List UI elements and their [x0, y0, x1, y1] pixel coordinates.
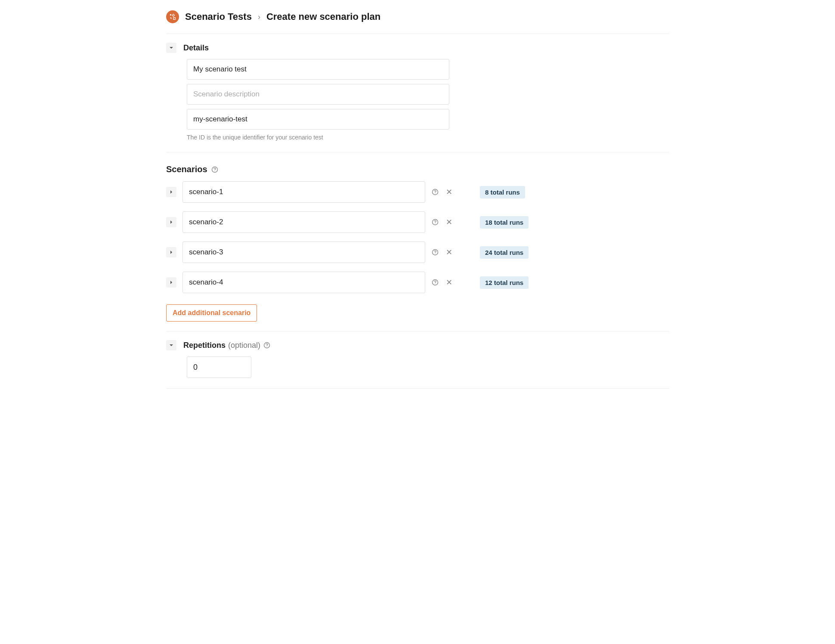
details-heading: Details: [183, 43, 209, 53]
remove-scenario-button[interactable]: ✕: [445, 248, 453, 256]
scenario-row: ✕18 total runs: [166, 211, 669, 233]
svg-point-0: [170, 14, 172, 16]
svg-point-7: [435, 223, 435, 224]
svg-point-11: [435, 284, 435, 284]
svg-point-3: [214, 171, 215, 171]
chevron-right-icon: [169, 190, 173, 194]
scenario-row: ✕12 total runs: [166, 272, 669, 293]
scenario-name-input[interactable]: [182, 242, 425, 263]
help-icon[interactable]: [431, 218, 439, 226]
help-icon[interactable]: [431, 279, 439, 286]
scenario-name-input[interactable]: [182, 211, 425, 233]
total-runs-badge: 12 total runs: [480, 276, 529, 289]
scenario-name-input[interactable]: [182, 181, 425, 203]
repetitions-heading: Repetitions: [183, 341, 226, 350]
divider: [166, 388, 669, 389]
chevron-down-icon: [169, 46, 173, 50]
scenario-name-input[interactable]: [182, 272, 425, 293]
scenario-expand-toggle[interactable]: [166, 187, 176, 197]
help-icon[interactable]: [431, 248, 439, 256]
scenario-id-hint: The ID is the unique identifier for your…: [187, 134, 669, 141]
scenario-name-input[interactable]: [187, 59, 449, 80]
total-runs-badge: 8 total runs: [480, 186, 525, 198]
help-icon[interactable]: [211, 166, 219, 173]
total-runs-badge: 18 total runs: [480, 216, 529, 229]
app-logo-icon: [166, 10, 179, 23]
total-runs-badge: 24 total runs: [480, 246, 529, 259]
chevron-right-icon: [169, 250, 173, 254]
scenario-expand-toggle[interactable]: [166, 247, 176, 257]
breadcrumb-root[interactable]: Scenario Tests: [185, 11, 252, 22]
breadcrumb-current: Create new scenario plan: [266, 11, 380, 22]
remove-scenario-button[interactable]: ✕: [445, 188, 453, 196]
scenario-row: ✕8 total runs: [166, 181, 669, 203]
scenario-expand-toggle[interactable]: [166, 217, 176, 227]
chevron-right-icon: [169, 280, 173, 285]
scenario-id-input[interactable]: [187, 109, 449, 130]
repetitions-toggle[interactable]: [166, 340, 176, 350]
details-toggle[interactable]: [166, 43, 176, 53]
add-scenario-button[interactable]: Add additional scenario: [166, 304, 257, 322]
chevron-right-icon: ›: [258, 12, 260, 22]
scenario-row: ✕24 total runs: [166, 242, 669, 263]
remove-scenario-button[interactable]: ✕: [445, 279, 453, 286]
svg-point-13: [266, 347, 267, 347]
repetitions-optional-label: (optional): [228, 341, 260, 350]
remove-scenario-button[interactable]: ✕: [445, 218, 453, 226]
scenarios-heading: Scenarios: [166, 164, 207, 174]
chevron-right-icon: [169, 220, 173, 224]
chevron-down-icon: [169, 343, 173, 347]
svg-point-5: [435, 193, 435, 194]
help-icon[interactable]: [431, 188, 439, 196]
svg-rect-1: [173, 18, 176, 20]
scenario-description-input[interactable]: [187, 84, 449, 105]
repetitions-input[interactable]: [187, 356, 251, 378]
help-icon[interactable]: [263, 341, 271, 349]
svg-point-9: [435, 254, 435, 254]
scenario-expand-toggle[interactable]: [166, 277, 176, 288]
